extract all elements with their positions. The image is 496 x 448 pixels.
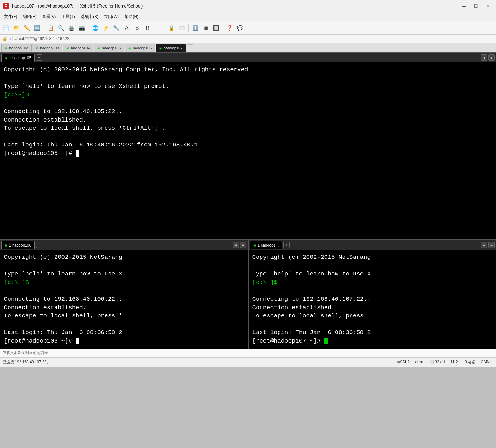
toolbar-btn-8[interactable]: 📷 — [77, 23, 87, 33]
top-terminal-section: ◉ 1 hadoop105 + ◀ ▶ Copyright (c) 2002-2… — [0, 52, 496, 239]
app-icon: X — [3, 3, 9, 9]
status-connection: 已连接 192.168.40.107:22。 — [3, 360, 393, 365]
br-line-8: To escape to local shell, press ' — [252, 312, 493, 320]
new-tab-button[interactable]: + — [187, 44, 193, 51]
toolbar-btn-18[interactable]: ⬆️ — [191, 23, 200, 33]
menu-file[interactable]: 文件(F) — [1, 13, 20, 20]
bottom-left-tab-add[interactable]: + — [36, 242, 42, 248]
bottom-left-tab-1[interactable]: ◉ 1 hadoop106 — [1, 241, 35, 249]
toolbar-btn-17[interactable]: ⌨️ — [177, 23, 187, 33]
toolbar-btn-4[interactable]: 🔤 — [32, 23, 42, 33]
tab-label-hadoop105: hadoop105 — [102, 46, 121, 50]
top-term-line-2 — [4, 74, 492, 82]
bl-line-7: Connection established. — [4, 303, 244, 312]
top-term-tab-1[interactable]: ◉ 1 hadoop105 — [1, 54, 35, 62]
maximize-button[interactable]: ☐ — [470, 2, 482, 10]
close-button[interactable]: ✕ — [482, 2, 493, 10]
bl-line-1: Copyright (c) 2002-2015 NetSarang — [4, 253, 244, 262]
toolbar-btn-12[interactable]: A — [122, 23, 131, 33]
bottom-right-tab-add[interactable]: + — [283, 242, 290, 248]
bottom-left-tab-label: 1 hadoop106 — [9, 243, 31, 247]
bl-line-10: Last login: Thu Jan 6 08:36:58 2 — [4, 328, 244, 337]
toolbar-btn-20[interactable]: 🔲 — [211, 23, 221, 33]
toolbar-btn-11[interactable]: 🔧 — [112, 23, 121, 33]
bottom-right-tab-1[interactable]: ◉ 1 hadoop1... — [250, 241, 282, 249]
copy-button[interactable]: 📋 — [46, 23, 55, 33]
tab-hadoop106[interactable]: ◉ hadoop106 — [125, 44, 155, 52]
term-nav-left[interactable]: ◀ — [481, 54, 487, 61]
status-sessions: 3 会话 — [465, 360, 476, 365]
tab-icon-hadoop102: ◉ — [5, 46, 8, 50]
bottom-hint-bar: 仅将文本发送到当前选项卡 — [0, 349, 496, 357]
menu-help[interactable]: 帮助(H) — [122, 13, 141, 20]
bl-prompt1: [c:\~]$ — [4, 279, 29, 286]
br-line-5 — [252, 286, 493, 295]
tab-icon-hadoop104: ◉ — [66, 46, 69, 50]
top-term-line-4: [c:\~]$ — [4, 91, 492, 99]
br-line-2 — [252, 262, 493, 270]
tab-hadoop102[interactable]: ◉ hadoop102 — [1, 44, 32, 52]
open-button[interactable]: 📂 — [12, 23, 21, 33]
toolbar-btn-16[interactable]: 🔒 — [167, 23, 176, 33]
bottom-left-nav-right[interactable]: ▶ — [240, 242, 246, 248]
status-pos: 11,21 — [450, 360, 460, 364]
new-session-button[interactable]: 📄 — [1, 23, 11, 33]
tab-label-hadoop102: hadoop102 — [9, 46, 28, 50]
term-tab-icon-1: ◉ — [5, 56, 8, 60]
tab-hadoop104[interactable]: ◉ hadoop104 — [63, 44, 93, 52]
bottom-left-terminal[interactable]: Copyright (c) 2002-2015 NetSarang Type `… — [0, 250, 248, 349]
address-text: ssh://root:******@192.168.40.107:22 — [9, 37, 69, 41]
toolbar-btn-19[interactable]: ◼ — [201, 23, 211, 33]
menu-edit[interactable]: 编辑(E) — [20, 13, 39, 20]
toolbar-btn-3[interactable]: ✏️ — [22, 23, 32, 33]
toolbar-btn-13[interactable]: S — [132, 23, 142, 33]
toolbar-btn-15[interactable]: ⛶ — [156, 23, 166, 33]
tab-hadoop107[interactable]: ◉ hadoop107 — [156, 44, 186, 52]
top-term-tab-label: 1 hadoop105 — [9, 56, 31, 60]
bottom-left-nav-left[interactable]: ◀ — [233, 242, 239, 248]
br-line-10: Last login: Thu Jan 6 08:36:58 2 — [252, 328, 493, 337]
br-line-9 — [252, 320, 493, 329]
title-bar: X hadoop107 - root@hadoop107:~ - Xshell … — [0, 0, 496, 12]
menu-window[interactable]: 窗口(W) — [101, 13, 121, 20]
status-right-section: ⊕SSH2 xterm ⬜ 33x11 11,21 3 会话 CAINUI — [397, 360, 493, 365]
top-terminal[interactable]: Copyright (c) 2002-2015 NetSarang Comput… — [0, 62, 496, 239]
bl-cursor — [76, 338, 79, 344]
toolbar-btn-9[interactable]: 🌐 — [91, 23, 100, 33]
window-title: hadoop107 - root@hadoop107:~ - Xshell 5 … — [12, 3, 456, 9]
tab-hadoop105[interactable]: ◉ hadoop105 — [94, 44, 124, 52]
top-term-line-9 — [4, 133, 492, 141]
bl-line-9 — [4, 320, 244, 329]
bottom-left-nav: ◀ ▶ — [233, 242, 246, 248]
bl-line-11: [root@hadoop106 ~]# — [4, 337, 244, 345]
session-tabs: ◉ hadoop102 ◉ hadoop103 ◉ hadoop104 ◉ ha… — [0, 43, 496, 52]
br-cursor — [324, 338, 328, 344]
br-line-7: Connection established. — [252, 303, 493, 312]
print-button[interactable]: 🖨️ — [67, 23, 76, 33]
help-button[interactable]: ❓ — [225, 23, 234, 33]
status-size: ⬜ 33x11 — [429, 360, 445, 364]
find-button[interactable]: 🔍 — [56, 23, 66, 33]
menu-tools[interactable]: 工具(T) — [59, 13, 78, 20]
minimize-button[interactable]: — — [458, 2, 470, 10]
toolbar-btn-22[interactable]: 💬 — [235, 23, 245, 33]
term-nav-right[interactable]: ▶ — [488, 54, 495, 61]
bottom-right-tabbar: ◉ 1 hadoop1... + ◀ ▶ — [249, 240, 496, 250]
tab-icon-hadoop106: ◉ — [128, 46, 131, 50]
toolbar-btn-14[interactable]: R — [143, 23, 152, 33]
tab-label-hadoop107: hadoop107 — [164, 46, 182, 50]
top-term-tab-add[interactable]: + — [36, 54, 42, 61]
br-line-6: Connecting to 192.168.40.107:22.. — [252, 295, 493, 303]
bl-line-6: Connecting to 192.168.40.106:22.. — [4, 295, 244, 303]
tab-hadoop103[interactable]: ◉ hadoop103 — [32, 44, 62, 52]
top-term-prompt1: [c:\~]$ — [4, 91, 29, 98]
bottom-right-nav-left[interactable]: ◀ — [481, 242, 487, 248]
toolbar-btn-10[interactable]: ⚡ — [101, 23, 111, 33]
br-line-1: Copyright (c) 2002-2015 NetSarang — [252, 253, 493, 262]
menu-tabs[interactable]: 选项卡(B) — [78, 13, 101, 20]
bottom-right-section: ◉ 1 hadoop1... + ◀ ▶ Copyright (c) 2002-… — [249, 240, 496, 349]
bottom-right-nav-right[interactable]: ▶ — [488, 242, 495, 248]
menu-view[interactable]: 查看(V) — [40, 13, 58, 20]
top-term-nav: ◀ ▶ — [481, 54, 495, 61]
bottom-right-terminal[interactable]: Copyright (c) 2002-2015 NetSarang Type `… — [249, 250, 496, 349]
